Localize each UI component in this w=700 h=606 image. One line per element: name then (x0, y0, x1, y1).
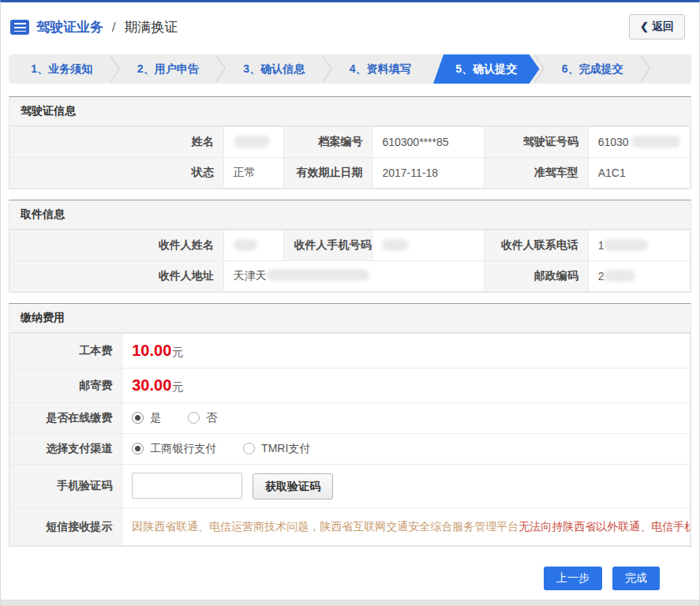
radio-label-tmri: TMRI支付 (261, 442, 310, 454)
step-4-fill-data[interactable]: 4、资料填写 (328, 54, 434, 84)
label-recipient-address: 收件人地址 (10, 261, 224, 292)
breadcrumb-business: 驾驶证业务 (36, 20, 103, 35)
step-wizard: 1、业务须知 2、用户申告 3、确认信息 4、资料填写 5、确认提交 6、完成提… (9, 54, 691, 84)
sms-notice-part1: 因陕西省联通、电信运营商技术问题，陕西省互联网交通安全综合服务管理平台 (132, 520, 518, 533)
redacted-value (604, 270, 635, 282)
recipient-phone-visible: 1 (598, 239, 605, 252)
step-3-confirm-info[interactable]: 3、确认信息 (221, 54, 328, 84)
page-header: 驾驶证业务 / 期满换证 ❮返回 (1, 2, 699, 50)
label-status: 状态 (10, 158, 224, 189)
redacted-value (234, 239, 257, 251)
label-postal-code: 邮政编码 (484, 261, 588, 292)
table-row: 选择支付渠道 工商银行支付 TMRI支付 (10, 434, 691, 465)
table-row: 状态 正常 有效期止日期 2017-11-18 准驾车型 A1C1 (10, 158, 691, 189)
license-business-icon (10, 20, 29, 35)
production-fee-unit: 元 (172, 346, 183, 358)
redacted-value (382, 239, 409, 251)
section-pickup-title: 取件信息 (9, 200, 691, 230)
label-recipient-phone: 收件人联系电话 (484, 230, 588, 261)
value-recipient-phone: 1 (588, 230, 690, 261)
breadcrumb-current: 期满换证 (124, 20, 178, 35)
footer-actions: 上一步 完成 (1, 557, 699, 590)
finish-button[interactable]: 完成 (612, 567, 660, 590)
radio-unselected-icon[interactable] (188, 412, 200, 424)
value-postal-code: 2 (588, 261, 690, 292)
radio-online-payment-yes[interactable]: 是 (132, 411, 161, 424)
steps-filler (646, 54, 691, 84)
radio-selected-icon[interactable] (132, 412, 144, 424)
radio-selected-icon[interactable] (132, 443, 144, 454)
value-status: 正常 (223, 158, 284, 189)
production-fee-amount: 10.00 (132, 342, 171, 359)
value-recipient-name (223, 230, 284, 261)
value-verification-code: 获取验证码 (122, 465, 691, 508)
section-license-title: 驾驶证信息 (9, 97, 691, 126)
table-row: 是否在线缴费 是 否 (10, 403, 691, 434)
value-recipient-mobile (372, 230, 484, 261)
postal-code-visible: 2 (598, 270, 605, 282)
value-online-payment: 是 否 (122, 403, 691, 434)
license-number-visible: 61030 (598, 136, 629, 148)
radio-channel-icbc[interactable]: 工商银行支付 (132, 442, 216, 454)
mailing-fee-unit: 元 (172, 380, 183, 393)
label-file-number: 档案编号 (284, 127, 372, 158)
value-vehicle-class: A1C1 (588, 158, 690, 189)
table-row: 手机验证码 获取验证码 (10, 465, 691, 508)
value-license-number: 61030 (588, 127, 690, 158)
section-pickup-info: 取件信息 收件人姓名 收件人手机号码 收件人联系电话 1 收件人地址 天津天 邮… (9, 200, 691, 293)
value-mailing-fee: 30.00元 (122, 368, 691, 403)
breadcrumb-divider: / (112, 20, 116, 35)
redacted-value (631, 136, 680, 148)
step-2-user-declaration[interactable]: 2、用户申告 (115, 54, 222, 84)
radio-label-yes: 是 (150, 411, 161, 424)
step-1-business-notice[interactable]: 1、业务须知 (9, 54, 115, 84)
table-row: 姓名 档案编号 610300****85 驾驶证号码 61030 (10, 127, 691, 158)
redacted-value (234, 136, 270, 148)
value-production-fee: 10.00元 (122, 334, 691, 368)
radio-unselected-icon[interactable] (243, 443, 255, 454)
back-button[interactable]: ❮返回 (629, 14, 685, 39)
label-payment-channel: 选择支付渠道 (10, 434, 122, 465)
breadcrumb: 驾驶证业务 / 期满换证 (36, 18, 178, 36)
recipient-address-visible: 天津天 (234, 269, 267, 282)
previous-step-button[interactable]: 上一步 (544, 567, 602, 590)
value-name (223, 127, 284, 158)
step-5-confirm-submit[interactable]: 5、确认提交 (433, 54, 540, 84)
label-license-number: 驾驶证号码 (484, 127, 588, 158)
sms-notice-part2: 无法向持陕西省以外联通、电信手机号码的用户发送短信 (518, 520, 690, 533)
mailing-fee-amount: 30.00 (132, 376, 171, 394)
label-valid-until: 有效期止日期 (284, 158, 372, 189)
value-file-number: 610300****85 (372, 127, 484, 158)
verification-code-input[interactable] (132, 473, 242, 499)
label-recipient-name: 收件人姓名 (10, 230, 224, 261)
radio-channel-tmri[interactable]: TMRI支付 (243, 442, 310, 454)
table-row: 短信接收提示 因陕西省联通、电信运营商技术问题，陕西省互联网交通安全综合服务管理… (10, 508, 691, 546)
label-vehicle-class: 准驾车型 (484, 158, 588, 189)
get-verification-code-button[interactable]: 获取验证码 (253, 473, 333, 499)
value-valid-until: 2017-11-18 (372, 158, 484, 189)
redacted-value (267, 269, 369, 281)
license-renewal-page: 驾驶证业务 / 期满换证 ❮返回 1、业务须知 2、用户申告 3、确认信息 4、… (0, 0, 700, 606)
step-6-complete-submit[interactable]: 6、完成提交 (540, 54, 646, 84)
label-sms-notice: 短信接收提示 (10, 508, 122, 546)
label-recipient-mobile: 收件人手机号码 (284, 230, 372, 261)
label-name: 姓名 (10, 127, 224, 158)
table-row: 收件人姓名 收件人手机号码 收件人联系电话 1 (10, 230, 691, 261)
bottom-strip (1, 600, 699, 605)
section-fees: 缴纳费用 工本费 10.00元 邮寄费 30.00元 是否在线缴费 是 否 (9, 303, 691, 547)
label-production-fee: 工本费 (10, 334, 122, 368)
table-row: 收件人地址 天津天 邮政编码 2 (10, 261, 691, 292)
value-recipient-address: 天津天 (223, 261, 484, 292)
section-license-info: 驾驶证信息 姓名 档案编号 610300****85 驾驶证号码 61030 状… (9, 96, 691, 189)
section-fees-title: 缴纳费用 (9, 304, 691, 333)
back-button-label: 返回 (652, 20, 674, 32)
label-mailing-fee: 邮寄费 (10, 368, 122, 403)
sms-notice-text: 因陕西省联通、电信运营商技术问题，陕西省互联网交通安全综合服务管理平台无法向持陕… (122, 508, 691, 546)
fees-table: 工本费 10.00元 邮寄费 30.00元 是否在线缴费 是 否 选择支付渠道 (9, 333, 691, 546)
label-verification-code: 手机验证码 (10, 465, 122, 508)
table-row: 工本费 10.00元 (10, 334, 691, 368)
license-info-table: 姓名 档案编号 610300****85 驾驶证号码 61030 状态 正常 有… (9, 126, 691, 189)
label-online-payment: 是否在线缴费 (10, 403, 122, 434)
value-payment-channel: 工商银行支付 TMRI支付 (122, 434, 691, 465)
radio-online-payment-no[interactable]: 否 (188, 411, 217, 424)
